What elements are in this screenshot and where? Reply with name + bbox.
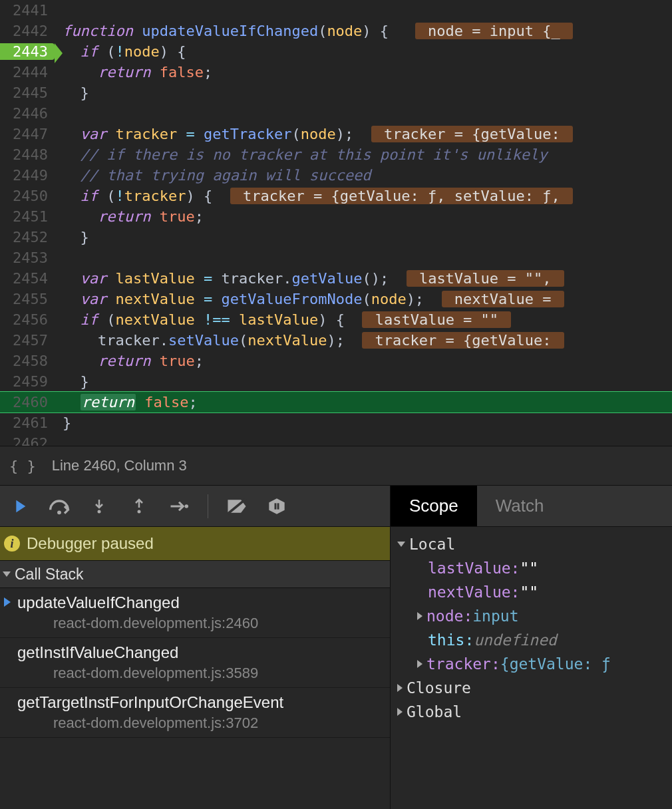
chevron-right-icon[interactable] (397, 708, 403, 716)
scope-var-value: input (472, 607, 518, 625)
code-line[interactable]: 2451 return true; (0, 206, 672, 227)
step-out-button[interactable] (128, 495, 150, 518)
code-line[interactable]: 2452 } (0, 227, 672, 247)
code-content: return false; (55, 64, 672, 81)
call-stack-frame[interactable]: getTargetInstForInputOrChangeEventreact-… (0, 688, 390, 738)
code-line[interactable]: 2453 (0, 247, 672, 268)
line-number[interactable]: 2457 (0, 332, 55, 349)
code-content: } (55, 229, 672, 245)
resume-button[interactable] (8, 495, 31, 518)
code-line[interactable]: 2449 // that trying again will succeed (0, 165, 672, 186)
chevron-right-icon[interactable] (397, 684, 403, 692)
inline-value-hint: node = input {_ (415, 23, 573, 39)
scope-section[interactable]: Global (397, 700, 665, 724)
code-line[interactable]: 2460 return false; (0, 392, 672, 412)
scope-variable[interactable]: node: input (397, 604, 665, 628)
step-over-button[interactable] (48, 495, 71, 518)
tab-scope[interactable]: Scope (391, 486, 477, 526)
code-line[interactable]: 2461} (0, 412, 672, 433)
code-content: } (55, 373, 672, 390)
code-line[interactable]: 2445 } (0, 82, 672, 103)
code-editor[interactable]: 24412442function updateValueIfChanged(no… (0, 0, 672, 446)
code-line[interactable]: 2455 var nextValue = getValueFromNode(no… (0, 289, 672, 309)
line-number[interactable]: 2461 (0, 414, 55, 431)
line-number[interactable]: 2453 (0, 249, 55, 266)
line-number[interactable]: 2451 (0, 208, 55, 225)
line-number[interactable]: 2449 (0, 167, 55, 184)
chevron-right-icon[interactable] (417, 660, 422, 668)
code-content: tracker.setValue(nextValue); tracker = {… (55, 332, 672, 349)
line-number[interactable]: 2445 (0, 84, 55, 101)
scope-var-name: lastValue: (428, 560, 520, 577)
scope-var-name: nextValue: (428, 583, 520, 601)
code-line[interactable]: 2459 } (0, 371, 672, 392)
code-line[interactable]: 2458 return true; (0, 351, 672, 371)
call-stack-frame[interactable]: getInstIfValueChangedreact-dom.developme… (0, 638, 390, 688)
debugger-toolbar (0, 486, 390, 527)
code-line[interactable]: 2442function updateValueIfChanged(node) … (0, 21, 672, 41)
code-content: var tracker = getTracker(node); tracker … (55, 126, 672, 142)
code-line[interactable]: 2447 var tracker = getTracker(node); tra… (0, 124, 672, 144)
call-stack-header[interactable]: Call Stack (0, 560, 390, 588)
pause-on-exceptions-button[interactable] (265, 495, 288, 518)
paused-label: Debugger paused (27, 534, 154, 553)
line-number[interactable]: 2454 (0, 270, 55, 287)
line-number[interactable]: 2452 (0, 229, 55, 245)
code-line[interactable]: 2457 tracker.setValue(nextValue); tracke… (0, 330, 672, 351)
scope-section-local: Local (409, 536, 455, 553)
code-line[interactable]: 2454 var lastValue = tracker.getValue();… (0, 268, 672, 289)
scope-var-name: tracker: (426, 655, 500, 673)
code-line[interactable]: 2456 if (nextValue !== lastValue) { last… (0, 309, 672, 330)
line-number[interactable]: 2459 (0, 373, 55, 390)
pretty-print-icon[interactable]: { } (9, 458, 36, 474)
scope-variable[interactable]: tracker: {getValue: ƒ (397, 652, 665, 676)
line-number[interactable]: 2446 (0, 105, 55, 122)
code-line[interactable]: 2448 // if there is no tracker at this p… (0, 144, 672, 165)
status-bar: { } Line 2460, Column 3 (0, 446, 672, 486)
svg-rect-6 (277, 503, 279, 509)
code-line[interactable]: 2450 if (!tracker) { tracker = {getValue… (0, 186, 672, 206)
line-number[interactable]: 2443 (0, 43, 55, 60)
line-number[interactable]: 2462 (0, 435, 55, 446)
code-line[interactable]: 2444 return false; (0, 62, 672, 82)
chevron-down-icon[interactable] (397, 542, 405, 547)
tab-watch[interactable]: Watch (477, 486, 563, 526)
scope-tree[interactable]: LocallastValue: ""nextValue: ""node: inp… (391, 527, 672, 729)
line-number[interactable]: 2444 (0, 64, 55, 81)
line-number[interactable]: 2456 (0, 311, 55, 328)
code-line[interactable]: 2462 (0, 433, 672, 446)
frame-function-name: getTargetInstForInputOrChangeEvent (17, 693, 383, 712)
svg-point-3 (185, 504, 189, 508)
svg-point-1 (98, 510, 101, 513)
scope-section[interactable]: Closure (397, 676, 665, 700)
scope-var-value: "" (520, 560, 538, 577)
step-button[interactable] (168, 495, 190, 518)
line-number[interactable]: 2455 (0, 291, 55, 307)
code-content: return true; (55, 353, 672, 369)
chevron-right-icon[interactable] (417, 612, 422, 620)
line-number[interactable]: 2447 (0, 126, 55, 142)
line-number[interactable]: 2450 (0, 188, 55, 204)
line-number[interactable]: 2441 (0, 2, 55, 19)
frame-function-name: updateValueIfChanged (17, 593, 383, 612)
line-number[interactable]: 2442 (0, 23, 55, 39)
code-line[interactable]: 2441 (0, 0, 672, 21)
scope-section-global: Global (407, 703, 462, 721)
scope-section-closure: Closure (407, 679, 471, 697)
separator (208, 494, 208, 518)
call-stack-frame[interactable]: updateValueIfChangedreact-dom.developmen… (0, 588, 390, 638)
scope-var-name: node: (426, 607, 472, 625)
scope-variable[interactable]: nextValue: "" (397, 580, 665, 604)
code-line[interactable]: 2443 if (!node) { (0, 41, 672, 62)
code-content: var nextValue = getValueFromNode(node); … (55, 291, 672, 307)
scope-variable[interactable]: lastValue: "" (397, 556, 665, 580)
line-number[interactable]: 2448 (0, 146, 55, 163)
scope-variable[interactable]: this: undefined (397, 628, 665, 652)
code-line[interactable]: 2446 (0, 103, 672, 124)
step-into-button[interactable] (88, 495, 110, 518)
line-number[interactable]: 2460 (0, 394, 55, 410)
scope-section[interactable]: Local (397, 532, 665, 556)
deactivate-breakpoints-button[interactable] (226, 495, 248, 518)
line-number[interactable]: 2458 (0, 353, 55, 369)
code-content: } (55, 414, 672, 431)
